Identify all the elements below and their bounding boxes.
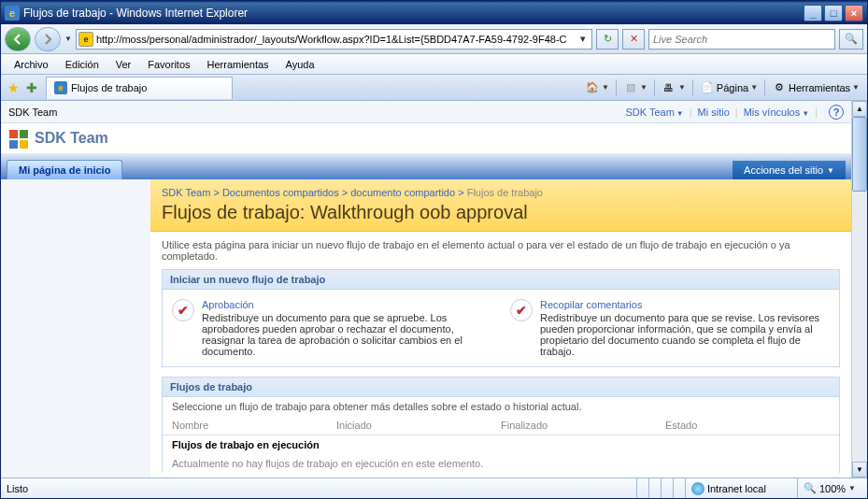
print-button[interactable]: 🖶▼ — [658, 78, 690, 98]
intro-text: Utilice esta página para iniciar un nuev… — [162, 239, 840, 262]
minimize-button[interactable]: _ — [804, 5, 822, 21]
home-icon: 🏠 — [585, 80, 600, 95]
page-header: SDK Team > Documentos compartidos > docu… — [150, 179, 851, 232]
workflow-link-approval[interactable]: Aprobación — [202, 299, 254, 310]
nav-history-dropdown[interactable]: ▼ — [64, 35, 72, 43]
forward-button[interactable] — [35, 27, 61, 51]
tab-home[interactable]: Mi página de inicio — [7, 160, 122, 179]
menu-archivo[interactable]: Archivo — [7, 57, 56, 72]
page-icon: e — [78, 32, 93, 47]
search-button[interactable]: 🔍 — [839, 29, 863, 50]
bc-current: Flujos de trabajo — [467, 187, 543, 198]
page-icon: 📄 — [700, 80, 715, 95]
scroll-thumb[interactable] — [852, 117, 867, 192]
address-bar[interactable]: e ▾ — [76, 29, 592, 50]
search-box[interactable] — [648, 29, 835, 50]
page-title: Flujos de trabajo: Walkthrough oob appro… — [162, 202, 840, 223]
refresh-button[interactable]: ↻ — [596, 29, 619, 50]
home-button[interactable]: 🏠▼ — [581, 78, 613, 98]
gear-icon: ⚙ — [772, 80, 787, 95]
zoom-control[interactable]: 🔍 100% ▼ — [797, 478, 861, 498]
add-favorite-icon[interactable]: ✚ — [23, 79, 40, 96]
help-icon[interactable]: ? — [829, 105, 844, 120]
stop-button[interactable]: ✕ — [622, 29, 645, 50]
sharepoint-topbar: SDK Team SDK Team▼ | Mi sitio | Mis vínc… — [1, 101, 851, 123]
menubar: Archivo Edición Ver Favoritos Herramient… — [1, 54, 867, 75]
site-actions-menu[interactable]: Acciones del sitio▼ — [733, 161, 846, 179]
sharepoint-logo-icon — [8, 129, 29, 148]
menu-ver[interactable]: Ver — [108, 57, 139, 72]
sp-top-misitio[interactable]: Mi sitio — [698, 107, 730, 118]
section-hdr-workflows: Flujos de trabajo — [163, 378, 839, 397]
tools-menu-button[interactable]: ⚙Herramientas▼ — [768, 78, 863, 98]
sp-top-left: SDK Team — [8, 107, 57, 118]
content-area: SDK Team SDK Team▼ | Mi sitio | Mis vínc… — [1, 101, 867, 478]
status-text: Listo — [7, 483, 28, 494]
scroll-track[interactable] — [852, 117, 867, 462]
window-title: Flujos de trabajo - Windows Internet Exp… — [23, 7, 804, 20]
sp-nav-tabs: Mi página de inicio Acciones del sitio▼ — [1, 153, 851, 179]
col-estado: Estado — [665, 420, 830, 431]
bc-l3[interactable]: documento compartido — [350, 187, 455, 198]
close-button[interactable]: × — [845, 5, 863, 21]
workflow-desc-approval: Redistribuye un documento para que se ap… — [202, 312, 491, 357]
ie-icon: e — [5, 6, 20, 21]
globe-icon — [691, 482, 704, 495]
titlebar[interactable]: e Flujos de trabajo - Windows Internet E… — [1, 1, 867, 24]
workflows-hint: Seleccione un flujo de trabajo para obte… — [163, 397, 839, 416]
nav-toolbar: ▼ e ▾ ↻ ✕ 🔍 — [1, 24, 867, 54]
tab-ie-icon: e — [54, 81, 67, 94]
sp-top-misvinculos[interactable]: Mis vínculos▼ — [744, 107, 809, 118]
print-icon: 🖶 — [662, 80, 676, 95]
workflow-item-feedback: ✔ Recopilar comentarios Redistribuye un … — [510, 299, 830, 357]
quicklaunch-sidebar — [1, 179, 150, 478]
scroll-up-button[interactable]: ▲ — [852, 101, 867, 117]
page-menu-button[interactable]: 📄Página▼ — [696, 78, 761, 98]
col-iniciado: Iniciado — [336, 420, 501, 431]
section-hdr-start: Iniciar un nuevo flujo de trabajo — [163, 270, 839, 290]
breadcrumb: SDK Team > Documentos compartidos > docu… — [162, 187, 840, 198]
workflows-table-header: Nombre Iniciado Finalizado Estado — [163, 416, 839, 435]
workflow-item-approval: ✔ Aprobación Redistribuye un documento p… — [172, 299, 491, 357]
url-input[interactable] — [96, 34, 576, 45]
ie-window: e Flujos de trabajo - Windows Internet E… — [0, 0, 868, 499]
security-zone: Intranet local — [685, 478, 797, 498]
browser-tab[interactable]: e Flujos de trabajo — [46, 77, 233, 99]
sp-site-title: SDK Team — [35, 130, 108, 147]
col-finalizado: Finalizado — [501, 420, 665, 431]
search-input[interactable] — [653, 34, 831, 45]
workflow-icon: ✔ — [510, 299, 533, 321]
section-workflows: Flujos de trabajo Seleccione un flujo de… — [162, 377, 840, 473]
menu-edicion[interactable]: Edición — [58, 57, 107, 72]
tab-title: Flujos de trabajo — [71, 82, 147, 93]
tabbar: ★ ✚ e Flujos de trabajo 🏠▼ ▧▼ 🖶▼ 📄Página… — [1, 75, 867, 101]
workflow-icon: ✔ — [172, 299, 194, 321]
bc-l1[interactable]: SDK Team — [162, 187, 210, 198]
running-empty: Actualmente no hay flujos de trabajo en … — [163, 454, 839, 473]
vertical-scrollbar[interactable]: ▲ ▼ — [851, 101, 867, 478]
url-dropdown[interactable]: ▾ — [576, 33, 590, 45]
maximize-button[interactable]: □ — [824, 5, 843, 21]
scroll-down-button[interactable]: ▼ — [852, 462, 867, 478]
zoom-icon: 🔍 — [804, 482, 817, 494]
statusbar: Listo Intranet local 🔍 100% ▼ — [1, 478, 867, 498]
sp-top-sdkteam[interactable]: SDK Team▼ — [625, 107, 683, 118]
running-header: Flujos de trabajo en ejecución — [163, 435, 839, 454]
sp-site-title-row: SDK Team — [1, 123, 851, 153]
menu-herramientas[interactable]: Herramientas — [200, 57, 277, 72]
feeds-button[interactable]: ▧▼ — [619, 78, 651, 98]
workflow-link-feedback[interactable]: Recopilar comentarios — [540, 299, 642, 310]
favorites-star-icon[interactable]: ★ — [5, 79, 21, 96]
rss-icon: ▧ — [623, 80, 638, 95]
sp-body: SDK Team > Documentos compartidos > docu… — [1, 179, 851, 478]
menu-ayuda[interactable]: Ayuda — [278, 57, 322, 72]
back-button[interactable] — [5, 27, 31, 51]
bc-l2[interactable]: Documentos compartidos — [222, 187, 339, 198]
workflow-desc-feedback: Redistribuye un documento para que se re… — [540, 312, 830, 357]
section-start-workflow: Iniciar un nuevo flujo de trabajo ✔ Apro… — [162, 269, 840, 367]
menu-favoritos[interactable]: Favoritos — [140, 57, 197, 72]
col-nombre: Nombre — [172, 420, 336, 431]
